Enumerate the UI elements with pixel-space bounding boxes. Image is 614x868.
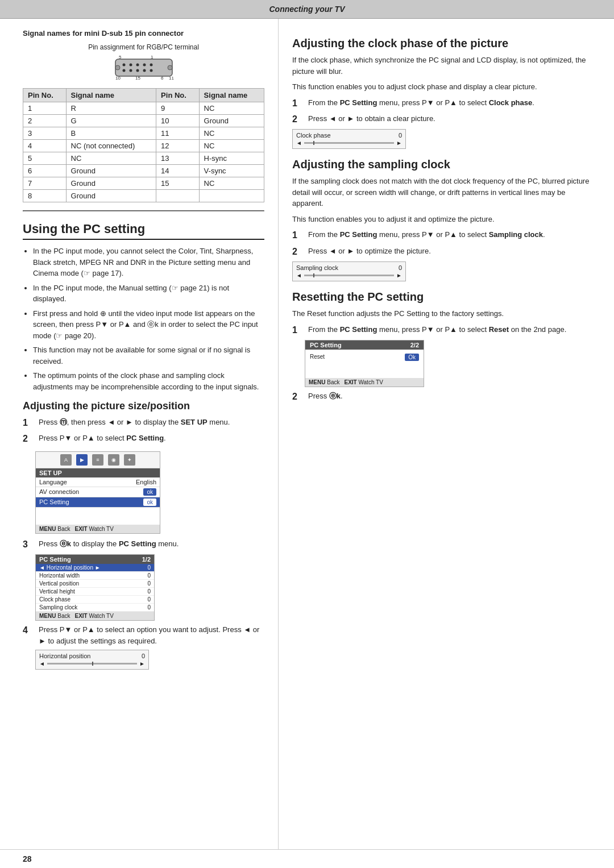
svg-point-1 bbox=[122, 64, 125, 67]
header-title: Connecting your TV bbox=[269, 5, 345, 14]
clock-step-num-1: 1 bbox=[292, 97, 305, 110]
svg-point-8 bbox=[136, 69, 139, 72]
svg-point-5 bbox=[150, 64, 152, 67]
horiz-slider-value: 0 bbox=[142, 653, 145, 659]
list-item: This function may not be available for s… bbox=[33, 344, 264, 367]
header: Connecting your TV bbox=[0, 0, 614, 19]
pc-row-sampling: Sampling clock 0 bbox=[36, 604, 154, 612]
signal-heading: Signal names for mini D-sub 15 pin conne… bbox=[23, 29, 264, 38]
icon-av: ▶ bbox=[76, 454, 88, 466]
svg-point-3 bbox=[136, 64, 139, 67]
table-row: 3B11NC bbox=[23, 127, 264, 140]
horiz-slider: Horizontal position 0 ◄ ► bbox=[35, 650, 149, 670]
step-text-4: Press P▼ or P▲ to select an option you w… bbox=[39, 624, 264, 646]
reset-step-num-1: 1 bbox=[292, 324, 305, 337]
reset-menu-footer: MENU Back EXIT Watch TV bbox=[305, 378, 424, 387]
svg-point-4 bbox=[143, 64, 146, 67]
adj-step-4: 4 Press P▼ or P▲ to select an option you… bbox=[23, 624, 264, 646]
step-num-3: 3 bbox=[23, 538, 35, 551]
left-column: Signal names for mini D-sub 15 pin conne… bbox=[0, 19, 279, 849]
adj-step-3: 3 Press ⓔk to display the PC Setting men… bbox=[23, 538, 264, 551]
col-pin-no-2: Pin No. bbox=[156, 89, 200, 102]
sampling-slider-right: ► bbox=[396, 272, 402, 279]
sampling-slider-left: ◄ bbox=[296, 272, 302, 279]
sampling-slider-bar bbox=[304, 275, 394, 276]
svg-text:6: 6 bbox=[161, 76, 164, 81]
clock-step-text-2: Press ◄ or ► to obtain a clear picture. bbox=[308, 113, 435, 124]
reset-label: Reset bbox=[310, 354, 325, 361]
clock-slider-left-arrow: ◄ bbox=[296, 140, 302, 146]
reset-section: Resetting the PC setting The Reset funct… bbox=[292, 290, 591, 403]
sampling-step-2: 2 Press ◄ or ► to optimize the picture. bbox=[292, 246, 591, 258]
svg-text:10: 10 bbox=[115, 76, 121, 81]
reset-body: Reset Ok bbox=[305, 350, 424, 378]
reset-step-num-2: 2 bbox=[292, 391, 305, 403]
setup-row-language: Language English bbox=[36, 477, 160, 487]
clock-phase-title: Adjusting the clock phase of the picture bbox=[292, 37, 591, 50]
reset-menu-title: PC Setting bbox=[310, 342, 342, 348]
slider-left-arrow: ◄ bbox=[39, 661, 45, 667]
reset-row: Reset Ok bbox=[310, 353, 419, 362]
horiz-slider-label: Horizontal position bbox=[39, 653, 91, 659]
connector-svg: 5 1 10 15 6 11 bbox=[110, 53, 178, 81]
reset-screenshot: PC Setting 2/2 Reset Ok MENU Back EXIT W… bbox=[305, 340, 424, 387]
setup-row-pc: PC Setting ok bbox=[36, 497, 160, 508]
col-signal-name-1: Signal name bbox=[66, 89, 156, 102]
pc-row-vert-height: Vertical height 0 bbox=[36, 588, 154, 596]
reset-step-text-1: From the PC Setting menu, press P▼ or P▲… bbox=[308, 324, 566, 335]
svg-point-10 bbox=[150, 69, 152, 72]
pc-row-vert-pos: Vertical position 0 bbox=[36, 580, 154, 588]
horiz-slider-bar bbox=[47, 663, 137, 665]
clock-slider-bar bbox=[304, 142, 394, 144]
pc-setting-section: Using the PC setting In the PC input mod… bbox=[23, 222, 264, 392]
col-signal-name-2: Signal name bbox=[199, 89, 264, 102]
setup-menu-screenshot: A ▶ ≡ ◉ ✦ SET UP Language English AV c bbox=[35, 451, 160, 534]
pc-setting-title-bar: PC Setting 1/2 bbox=[36, 555, 154, 564]
list-item: In the PC input mode, the Manual setting… bbox=[33, 283, 264, 305]
svg-text:1: 1 bbox=[151, 55, 154, 60]
icon-net: ◉ bbox=[108, 454, 119, 466]
horiz-slider-label-row: Horizontal position 0 bbox=[39, 653, 145, 659]
svg-point-6 bbox=[122, 69, 125, 72]
setup-icons-row: A ▶ ≡ ◉ ✦ bbox=[36, 452, 160, 468]
list-item: First press and hold ⊕ until the video i… bbox=[33, 308, 264, 342]
svg-rect-0 bbox=[115, 59, 172, 76]
clock-phase-para2: This function enables you to adjust cloc… bbox=[292, 81, 591, 93]
clock-step-1: 1 From the PC Setting menu, press P▼ or … bbox=[292, 97, 591, 110]
table-row: 7Ground15NC bbox=[23, 177, 264, 190]
sampling-step-text-2: Press ◄ or ► to optimize the picture. bbox=[308, 246, 431, 257]
clock-step-text-1: From the PC Setting menu, press P▼ or P▲… bbox=[308, 97, 534, 109]
adj-picture-section: Adjusting the picture size/position 1 Pr… bbox=[23, 400, 264, 670]
sampling-step-1: 1 From the PC Setting menu, press P▼ or … bbox=[292, 229, 591, 242]
clock-slider-label-row: Clock phase 0 bbox=[296, 132, 402, 139]
table-row: 1R9NC bbox=[23, 102, 264, 115]
sampling-slider-value: 0 bbox=[399, 264, 402, 271]
adj-step-1: 1 Press ⓜ, then press ◄ or ► to display … bbox=[23, 417, 264, 429]
reset-title-bar: PC Setting 2/2 bbox=[305, 340, 424, 350]
signal-table: Pin No. Signal name Pin No. Signal name … bbox=[23, 88, 264, 202]
reset-step-text-2: Press ⓔk. bbox=[308, 391, 343, 402]
setup-menu-footer: MENU Back EXIT Watch TV bbox=[36, 525, 160, 533]
sampling-step-text-1: From the PC Setting menu, press P▼ or P▲… bbox=[308, 229, 545, 240]
pc-setting-title: Using the PC setting bbox=[23, 222, 264, 240]
list-item: The optimum points of the clock phase an… bbox=[33, 370, 264, 392]
clock-phase-para1: If the clock phase, which synchronize th… bbox=[292, 55, 591, 77]
sampling-slider: Sampling clock 0 ◄ ► bbox=[292, 261, 406, 281]
main-content: Signal names for mini D-sub 15 pin conne… bbox=[0, 19, 614, 849]
step-text-1: Press ⓜ, then press ◄ or ► to display th… bbox=[39, 417, 230, 428]
sampling-slider-bar-container: ◄ ► bbox=[296, 272, 402, 279]
svg-point-7 bbox=[129, 69, 132, 72]
icon-pc: ≡ bbox=[92, 454, 103, 466]
svg-point-11 bbox=[115, 65, 120, 70]
adj-steps: 1 Press ⓜ, then press ◄ or ► to display … bbox=[23, 417, 264, 446]
step-num-4: 4 bbox=[23, 624, 35, 637]
col-pin-no-1: Pin No. bbox=[23, 89, 67, 102]
reset-page-num: 2/2 bbox=[410, 342, 419, 348]
svg-point-12 bbox=[168, 65, 172, 70]
pc-row-clock-phase: Clock phase 0 bbox=[36, 596, 154, 604]
list-item: In the PC input mode, you cannot select … bbox=[33, 246, 264, 279]
svg-text:15: 15 bbox=[135, 76, 140, 81]
step-num-2: 2 bbox=[23, 433, 35, 445]
svg-text:11: 11 bbox=[169, 76, 174, 81]
reset-step-1: 1 From the PC Setting menu, press P▼ or … bbox=[292, 324, 591, 337]
